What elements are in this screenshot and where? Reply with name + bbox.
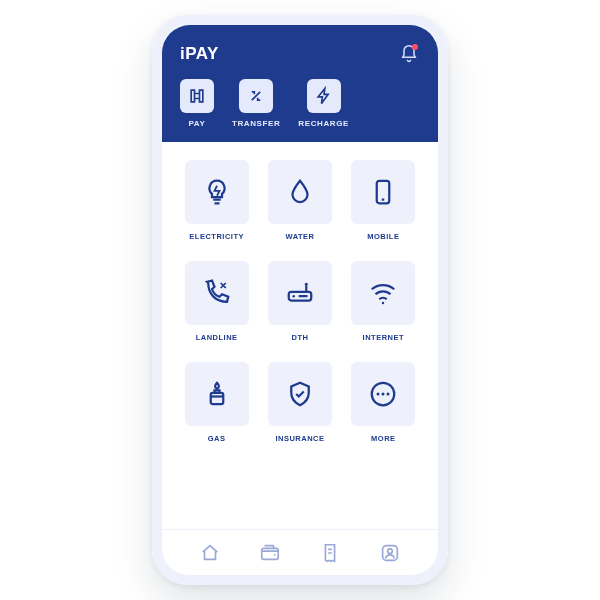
lightning-icon	[314, 86, 334, 106]
tile-more[interactable]: MORE	[349, 362, 418, 453]
nav-profile[interactable]	[377, 540, 403, 566]
app-title: iPAY	[180, 44, 219, 64]
svg-point-12	[382, 393, 385, 396]
tile-label: GAS	[208, 434, 226, 443]
home-icon	[199, 542, 221, 564]
router-icon	[284, 278, 316, 308]
svg-point-6	[305, 283, 308, 286]
tile-icon-box	[185, 160, 249, 224]
tile-icon-box	[185, 261, 249, 325]
shield-icon	[285, 379, 315, 409]
tile-icon-box	[268, 160, 332, 224]
wifi-icon	[368, 278, 398, 308]
tile-icon-box	[351, 160, 415, 224]
tile-insurance[interactable]: INSURANCE	[265, 362, 334, 453]
bulb-icon	[202, 177, 232, 207]
nav-home[interactable]	[197, 540, 223, 566]
tile-icon-box	[185, 362, 249, 426]
drop-icon	[285, 177, 315, 207]
tile-label: ELECTRICITY	[189, 232, 244, 241]
recharge-action[interactable]: RECHARGE	[298, 79, 349, 128]
screen: iPAY PAY	[162, 25, 438, 575]
mobile-icon	[368, 177, 398, 207]
tile-label: INTERNET	[363, 333, 405, 342]
nav-receipt[interactable]	[317, 540, 343, 566]
profile-icon	[379, 542, 401, 564]
category-grid-area: ELECTRICITY WATER	[162, 142, 438, 529]
phone-frame: iPAY PAY	[152, 15, 448, 585]
more-icon	[368, 379, 398, 409]
receipt-icon	[319, 542, 341, 564]
tile-mobile[interactable]: MOBILE	[349, 160, 418, 251]
tile-icon-box	[268, 362, 332, 426]
nav-wallet[interactable]	[257, 540, 283, 566]
header-actions: PAY TRANSFER RECHA	[180, 79, 420, 128]
tile-label: MOBILE	[367, 232, 399, 241]
tile-label: LANDLINE	[196, 333, 238, 342]
svg-point-15	[274, 553, 276, 555]
recharge-label: RECHARGE	[298, 119, 349, 128]
pay-label: PAY	[189, 119, 206, 128]
bottom-nav	[162, 529, 438, 575]
tile-electricity[interactable]: ELECTRICITY	[182, 160, 251, 251]
gas-icon	[202, 379, 232, 409]
notification-dot	[412, 44, 418, 50]
transfer-label: TRANSFER	[232, 119, 280, 128]
pay-icon	[187, 86, 207, 106]
tile-label: WATER	[285, 232, 314, 241]
tile-gas[interactable]: GAS	[182, 362, 251, 453]
tile-label: MORE	[371, 434, 396, 443]
pay-action[interactable]: PAY	[180, 79, 214, 128]
recharge-icon-box	[307, 79, 341, 113]
wallet-icon	[258, 542, 282, 564]
tile-icon-box	[351, 362, 415, 426]
svg-rect-14	[262, 548, 279, 559]
transfer-icon-box	[239, 79, 273, 113]
transfer-icon	[246, 86, 266, 106]
header-top-row: iPAY	[180, 43, 420, 65]
notification-button[interactable]	[398, 43, 420, 65]
tile-icon-box	[351, 261, 415, 325]
svg-point-3	[292, 295, 295, 298]
tile-internet[interactable]: INTERNET	[349, 261, 418, 352]
app-header: iPAY PAY	[162, 25, 438, 142]
tile-landline[interactable]: LANDLINE	[182, 261, 251, 352]
pay-icon-box	[180, 79, 214, 113]
phone-icon	[202, 278, 232, 308]
tile-water[interactable]: WATER	[265, 160, 334, 251]
svg-point-13	[387, 393, 390, 396]
category-grid: ELECTRICITY WATER	[182, 160, 418, 453]
tile-label: INSURANCE	[275, 434, 324, 443]
transfer-action[interactable]: TRANSFER	[232, 79, 280, 128]
tile-icon-box	[268, 261, 332, 325]
svg-point-19	[388, 548, 393, 553]
tile-label: DTH	[292, 333, 309, 342]
tile-dth[interactable]: DTH	[265, 261, 334, 352]
svg-point-11	[377, 393, 380, 396]
svg-point-7	[382, 302, 385, 305]
svg-rect-8	[210, 393, 223, 404]
